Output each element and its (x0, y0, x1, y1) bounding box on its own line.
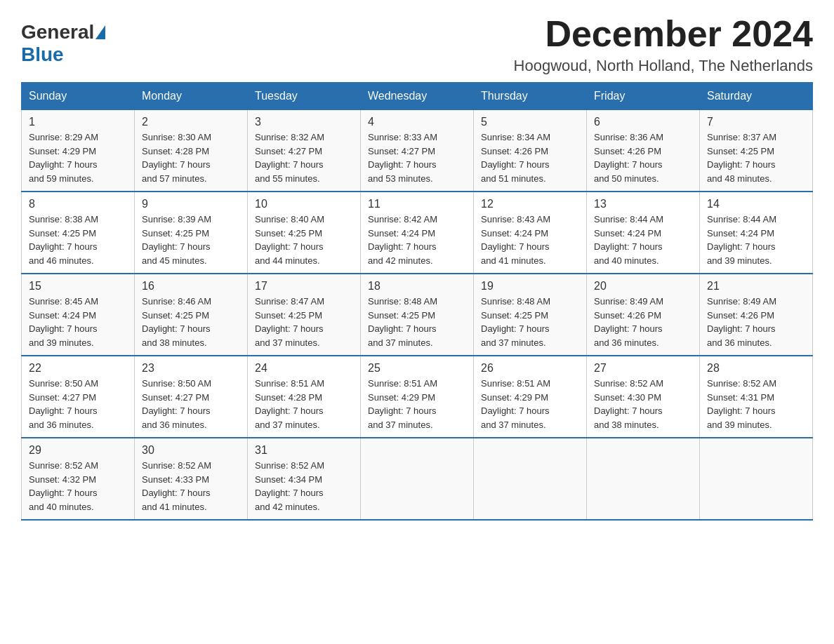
calendar-day-cell (700, 438, 813, 520)
calendar-day-cell: 12 Sunrise: 8:43 AM Sunset: 4:24 PM Dayl… (474, 192, 587, 274)
day-number: 4 (368, 116, 466, 128)
calendar-day-cell: 13 Sunrise: 8:44 AM Sunset: 4:24 PM Dayl… (587, 192, 700, 274)
header-friday: Friday (587, 83, 700, 110)
calendar-week-row: 8 Sunrise: 8:38 AM Sunset: 4:25 PM Dayli… (22, 192, 813, 274)
calendar-day-cell: 9 Sunrise: 8:39 AM Sunset: 4:25 PM Dayli… (135, 192, 248, 274)
calendar-day-cell: 15 Sunrise: 8:45 AM Sunset: 4:24 PM Dayl… (22, 274, 135, 356)
day-number: 27 (594, 362, 692, 375)
day-number: 10 (255, 198, 353, 210)
day-number: 7 (707, 116, 805, 128)
header-wednesday: Wednesday (361, 83, 474, 110)
day-number: 26 (481, 362, 579, 375)
day-number: 2 (142, 116, 240, 128)
day-info: Sunrise: 8:49 AM Sunset: 4:26 PM Dayligh… (594, 295, 692, 349)
day-info: Sunrise: 8:43 AM Sunset: 4:24 PM Dayligh… (481, 213, 579, 267)
header-saturday: Saturday (700, 83, 813, 110)
calendar-day-cell: 24 Sunrise: 8:51 AM Sunset: 4:28 PM Dayl… (248, 356, 361, 438)
day-info: Sunrise: 8:44 AM Sunset: 4:24 PM Dayligh… (594, 213, 692, 267)
calendar-day-cell: 19 Sunrise: 8:48 AM Sunset: 4:25 PM Dayl… (474, 274, 587, 356)
day-info: Sunrise: 8:44 AM Sunset: 4:24 PM Dayligh… (707, 213, 805, 267)
day-number: 12 (481, 198, 579, 210)
calendar-week-row: 22 Sunrise: 8:50 AM Sunset: 4:27 PM Dayl… (22, 356, 813, 438)
calendar-day-cell: 14 Sunrise: 8:44 AM Sunset: 4:24 PM Dayl… (700, 192, 813, 274)
day-number: 21 (707, 280, 805, 293)
day-info: Sunrise: 8:33 AM Sunset: 4:27 PM Dayligh… (368, 130, 466, 185)
day-info: Sunrise: 8:52 AM Sunset: 4:31 PM Dayligh… (707, 377, 805, 431)
day-info: Sunrise: 8:51 AM Sunset: 4:28 PM Dayligh… (255, 377, 353, 431)
header-tuesday: Tuesday (248, 83, 361, 110)
calendar-day-cell: 26 Sunrise: 8:51 AM Sunset: 4:29 PM Dayl… (474, 356, 587, 438)
day-info: Sunrise: 8:29 AM Sunset: 4:29 PM Dayligh… (29, 130, 127, 185)
day-number: 22 (29, 362, 127, 375)
calendar-day-cell: 20 Sunrise: 8:49 AM Sunset: 4:26 PM Dayl… (587, 274, 700, 356)
calendar-table: Sunday Monday Tuesday Wednesday Thursday… (21, 82, 813, 521)
calendar-day-cell: 17 Sunrise: 8:47 AM Sunset: 4:25 PM Dayl… (248, 274, 361, 356)
day-number: 15 (29, 280, 127, 293)
calendar-day-cell: 4 Sunrise: 8:33 AM Sunset: 4:27 PM Dayli… (361, 110, 474, 192)
day-number: 6 (594, 116, 692, 128)
day-number: 1 (29, 116, 127, 128)
day-info: Sunrise: 8:36 AM Sunset: 4:26 PM Dayligh… (594, 130, 692, 185)
day-number: 14 (707, 198, 805, 210)
calendar-day-cell: 7 Sunrise: 8:37 AM Sunset: 4:25 PM Dayli… (700, 110, 813, 192)
day-info: Sunrise: 8:49 AM Sunset: 4:26 PM Dayligh… (707, 295, 805, 349)
calendar-day-cell: 22 Sunrise: 8:50 AM Sunset: 4:27 PM Dayl… (22, 356, 135, 438)
calendar-day-cell (474, 438, 587, 520)
header-thursday: Thursday (474, 83, 587, 110)
calendar-day-cell: 21 Sunrise: 8:49 AM Sunset: 4:26 PM Dayl… (700, 274, 813, 356)
day-number: 24 (255, 362, 353, 375)
day-info: Sunrise: 8:50 AM Sunset: 4:27 PM Dayligh… (142, 377, 240, 431)
day-number: 25 (368, 362, 466, 375)
calendar-week-row: 1 Sunrise: 8:29 AM Sunset: 4:29 PM Dayli… (22, 110, 813, 192)
day-info: Sunrise: 8:51 AM Sunset: 4:29 PM Dayligh… (481, 377, 579, 431)
calendar-day-cell: 6 Sunrise: 8:36 AM Sunset: 4:26 PM Dayli… (587, 110, 700, 192)
day-info: Sunrise: 8:46 AM Sunset: 4:25 PM Dayligh… (142, 295, 240, 349)
day-number: 5 (481, 116, 579, 128)
calendar-day-cell (587, 438, 700, 520)
day-info: Sunrise: 8:52 AM Sunset: 4:32 PM Dayligh… (29, 459, 127, 514)
calendar-day-cell: 10 Sunrise: 8:40 AM Sunset: 4:25 PM Dayl… (248, 192, 361, 274)
title-area: December 2024 Hoogwoud, North Holland, T… (514, 14, 813, 75)
calendar-day-cell: 23 Sunrise: 8:50 AM Sunset: 4:27 PM Dayl… (135, 356, 248, 438)
day-number: 3 (255, 116, 353, 128)
day-number: 11 (368, 198, 466, 210)
day-number: 20 (594, 280, 692, 293)
calendar-day-cell: 25 Sunrise: 8:51 AM Sunset: 4:29 PM Dayl… (361, 356, 474, 438)
day-info: Sunrise: 8:40 AM Sunset: 4:25 PM Dayligh… (255, 213, 353, 267)
day-number: 17 (255, 280, 353, 293)
calendar-day-cell: 2 Sunrise: 8:30 AM Sunset: 4:28 PM Dayli… (135, 110, 248, 192)
header-sunday: Sunday (22, 83, 135, 110)
day-number: 31 (255, 444, 353, 457)
calendar-day-cell: 8 Sunrise: 8:38 AM Sunset: 4:25 PM Dayli… (22, 192, 135, 274)
day-info: Sunrise: 8:42 AM Sunset: 4:24 PM Dayligh… (368, 213, 466, 267)
calendar-day-cell: 11 Sunrise: 8:42 AM Sunset: 4:24 PM Dayl… (361, 192, 474, 274)
logo: General Blue (21, 21, 107, 66)
day-info: Sunrise: 8:34 AM Sunset: 4:26 PM Dayligh… (481, 130, 579, 185)
day-number: 19 (481, 280, 579, 293)
calendar-day-cell: 3 Sunrise: 8:32 AM Sunset: 4:27 PM Dayli… (248, 110, 361, 192)
day-info: Sunrise: 8:45 AM Sunset: 4:24 PM Dayligh… (29, 295, 127, 349)
day-number: 30 (142, 444, 240, 457)
day-number: 29 (29, 444, 127, 457)
day-info: Sunrise: 8:50 AM Sunset: 4:27 PM Dayligh… (29, 377, 127, 431)
day-info: Sunrise: 8:52 AM Sunset: 4:33 PM Dayligh… (142, 459, 240, 514)
calendar-day-cell (361, 438, 474, 520)
calendar-day-cell: 31 Sunrise: 8:52 AM Sunset: 4:34 PM Dayl… (248, 438, 361, 520)
calendar-day-cell: 16 Sunrise: 8:46 AM Sunset: 4:25 PM Dayl… (135, 274, 248, 356)
logo-triangle-icon (95, 25, 105, 39)
logo-blue-text: Blue (21, 43, 64, 65)
page-header: General Blue December 2024 Hoogwoud, Nor… (21, 14, 813, 75)
logo-general-text: General (21, 21, 94, 43)
calendar-day-cell: 27 Sunrise: 8:52 AM Sunset: 4:30 PM Dayl… (587, 356, 700, 438)
day-info: Sunrise: 8:30 AM Sunset: 4:28 PM Dayligh… (142, 130, 240, 185)
day-number: 9 (142, 198, 240, 210)
day-info: Sunrise: 8:48 AM Sunset: 4:25 PM Dayligh… (481, 295, 579, 349)
day-info: Sunrise: 8:52 AM Sunset: 4:34 PM Dayligh… (255, 459, 353, 514)
calendar-day-cell: 29 Sunrise: 8:52 AM Sunset: 4:32 PM Dayl… (22, 438, 135, 520)
calendar-day-cell: 18 Sunrise: 8:48 AM Sunset: 4:25 PM Dayl… (361, 274, 474, 356)
day-number: 23 (142, 362, 240, 375)
day-number: 16 (142, 280, 240, 293)
calendar-day-cell: 30 Sunrise: 8:52 AM Sunset: 4:33 PM Dayl… (135, 438, 248, 520)
day-info: Sunrise: 8:37 AM Sunset: 4:25 PM Dayligh… (707, 130, 805, 185)
calendar-header-row: Sunday Monday Tuesday Wednesday Thursday… (22, 83, 813, 110)
